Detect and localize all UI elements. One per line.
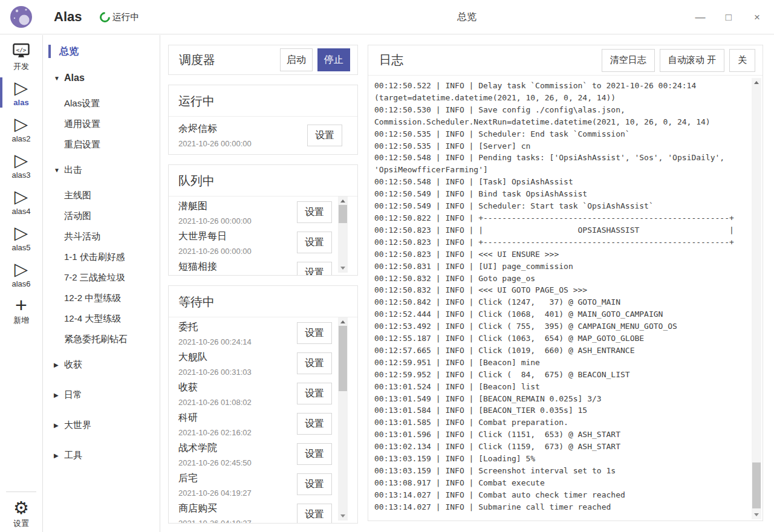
log-line: 00:12:50.530 | INFO | Save config ./conf…	[374, 104, 747, 116]
task-settings-button[interactable]: 设置	[297, 322, 332, 344]
task-name: 科研	[178, 412, 291, 424]
task-settings-button[interactable]: 设置	[297, 473, 332, 495]
nav-menu-item[interactable]: 通用设置	[44, 114, 160, 134]
log-line: 00:13:01.585 | INFO | Combat preparation…	[374, 417, 747, 429]
log-output[interactable]: 00:12:50.522 | INFO | Delay task `Commis…	[368, 77, 749, 519]
task-settings-button[interactable]: 设置	[307, 125, 342, 146]
play-icon: ▷	[15, 151, 28, 170]
running-title: 运行中	[169, 85, 357, 117]
nav-menu-item[interactable]: 总览	[44, 40, 160, 63]
task-name: 短猫相接	[178, 261, 291, 273]
task-next-run-time: 2021-10-26 00:00:00	[178, 247, 291, 256]
svg-text:</>: </>	[16, 46, 26, 53]
profile-rail: </> 开发 ▷ alas ▷ alas2 ▷ alas3 ▷ alas4 ▷ …	[0, 35, 43, 532]
nav-menu-item[interactable]: 12-2 中型练级	[44, 288, 160, 308]
scroll-up-icon[interactable]	[340, 199, 345, 203]
nav-menu-item[interactable]: 共斗活动	[44, 226, 160, 247]
nav-item-label: 通用设置	[64, 118, 100, 130]
nav-menu-item[interactable]: 活动图	[44, 206, 160, 226]
task-settings-button[interactable]: 设置	[297, 504, 332, 524]
task-next-run-time: 2021-10-26 04:19:27	[178, 519, 291, 524]
waiting-scrollbar[interactable]	[338, 317, 348, 521]
minimize-button[interactable]: —	[694, 11, 706, 24]
task-name: 大世界每日	[178, 230, 291, 243]
scrollbar-thumb[interactable]	[752, 462, 761, 508]
nav-menu-item[interactable]: 重启设置	[44, 134, 160, 155]
nav-item-label: 12-2 中型练级	[64, 293, 121, 304]
task-next-run-time: 2021-10-26 04:19:27	[178, 488, 291, 498]
task-settings-button[interactable]: 设置	[297, 383, 332, 404]
chevron-icon: ▼	[54, 167, 64, 174]
log-line: 00:12:50.549 | INFO | Scheduler: Start t…	[374, 200, 747, 212]
nav-menu-item[interactable]: 12-4 大型练级	[44, 308, 160, 329]
scroll-up-icon[interactable]	[340, 320, 345, 323]
log-line: 00:13:14.027 | INFO | Combat auto check …	[374, 489, 747, 501]
nav-menu-item[interactable]: ▶ 工具	[44, 440, 160, 470]
queued-title: 队列中	[169, 165, 357, 196]
task-settings-button[interactable]: 设置	[297, 232, 332, 253]
rail-label: alas3	[11, 170, 30, 180]
code-monitor-icon: </>	[12, 41, 30, 60]
task-row: 战术学院 2021-10-26 02:45:50 设置	[169, 438, 357, 469]
scroll-down-icon[interactable]	[754, 513, 759, 516]
log-line: 00:12:59.951 | INFO | [Beacon] mine	[374, 357, 747, 369]
running-task-list: 余烬信标 2021-10-26 00:00:00 设置	[169, 117, 357, 154]
queued-task-list: 潜艇图 2021-10-26 00:00:00 设置 大世界每日 2021-10…	[169, 196, 357, 276]
rail-item-settings[interactable]: ⚙ 设置	[0, 495, 43, 532]
scheduler-stop-button[interactable]: 停止	[317, 48, 350, 71]
task-row: 委托 2021-10-26 00:24:14 设置	[169, 317, 357, 348]
nav-menu-item[interactable]: ▶ 日常	[44, 380, 160, 410]
scrollbar-thumb[interactable]	[339, 205, 347, 223]
alas-logo-icon	[9, 5, 33, 29]
autoscroll-on-button[interactable]: 自动滚动 开	[660, 49, 724, 72]
chevron-icon: ▼	[54, 75, 64, 82]
clear-log-button[interactable]: 清空日志	[602, 49, 655, 72]
log-card: 日志 清空日志 自动滚动 开 关 00:12:50.522 | INFO | D…	[368, 45, 763, 521]
nav-item-label: 7-2 三战捡垃圾	[64, 272, 125, 284]
log-line: 00:12:57.665 | INFO | Click (1019, 660) …	[374, 345, 747, 357]
rail-item-alas4[interactable]: ▷ alas4	[0, 183, 43, 219]
task-row: 短猫相接 2021-10-26 00:00:00 设置	[169, 257, 357, 276]
log-scrollbar[interactable]	[752, 78, 761, 519]
task-name: 后宅	[178, 472, 291, 485]
log-line: 00:12:50.549 | INFO | Bind task OpsiAshA…	[374, 188, 747, 200]
task-settings-button[interactable]: 设置	[297, 413, 332, 435]
rail-item-dev[interactable]: </> 开发	[0, 38, 43, 74]
nav-item-label: Alas设置	[64, 98, 100, 109]
task-settings-button[interactable]: 设置	[297, 352, 332, 374]
nav-menu-item[interactable]: 主线图	[44, 185, 160, 206]
rail-label: alas6	[11, 279, 30, 288]
close-button[interactable]: ×	[751, 11, 763, 24]
rail-item-alas5[interactable]: ▷ alas5	[0, 219, 43, 256]
scroll-down-icon[interactable]	[340, 514, 345, 517]
nav-menu-item[interactable]: 1-1 伏击刷好感	[44, 247, 160, 267]
queued-scrollbar[interactable]	[338, 196, 348, 273]
nav-menu-item[interactable]: 7-2 三战捡垃圾	[44, 267, 160, 288]
nav-item-label: 收获	[64, 359, 82, 371]
scrollbar-thumb[interactable]	[339, 326, 347, 391]
play-icon: ▷	[15, 78, 28, 97]
nav-menu-item[interactable]: ▶ 大世界	[44, 410, 160, 440]
nav-menu-item[interactable]: 紧急委托刷钻石	[44, 329, 160, 349]
rail-item-alas2[interactable]: ▷ alas2	[0, 111, 43, 147]
autoscroll-off-button[interactable]: 关	[729, 49, 755, 72]
nav-menu-item[interactable]: ▶ 收获	[44, 349, 160, 380]
rail-item-alas6[interactable]: ▷ alas6	[0, 256, 43, 292]
rail-label: alas	[13, 98, 28, 107]
scroll-up-icon[interactable]	[754, 81, 759, 84]
rail-item-alas3[interactable]: ▷ alas3	[0, 147, 43, 183]
log-line: 00:12:50.535 | INFO | [Server] cn	[374, 140, 747, 152]
rail-item-alas[interactable]: ▷ alas	[0, 74, 43, 111]
task-settings-button[interactable]: 设置	[297, 262, 332, 276]
maximize-button[interactable]: □	[723, 11, 735, 24]
log-line: 00:12:53.492 | INFO | Click ( 755, 395) …	[374, 320, 747, 332]
nav-menu-item[interactable]: ▼ 出击	[44, 155, 160, 185]
scheduler-start-button[interactable]: 启动	[280, 48, 313, 71]
scroll-down-icon[interactable]	[340, 267, 345, 270]
log-line: 00:12:50.823 | INFO | | OPSIASHASSIST |	[374, 224, 747, 236]
nav-menu-item[interactable]: ▼ Alas	[44, 63, 160, 93]
task-settings-button[interactable]: 设置	[297, 201, 332, 223]
rail-item-add[interactable]: + 新增	[0, 292, 43, 328]
task-settings-button[interactable]: 设置	[297, 443, 332, 465]
nav-menu-item[interactable]: Alas设置	[44, 93, 160, 114]
